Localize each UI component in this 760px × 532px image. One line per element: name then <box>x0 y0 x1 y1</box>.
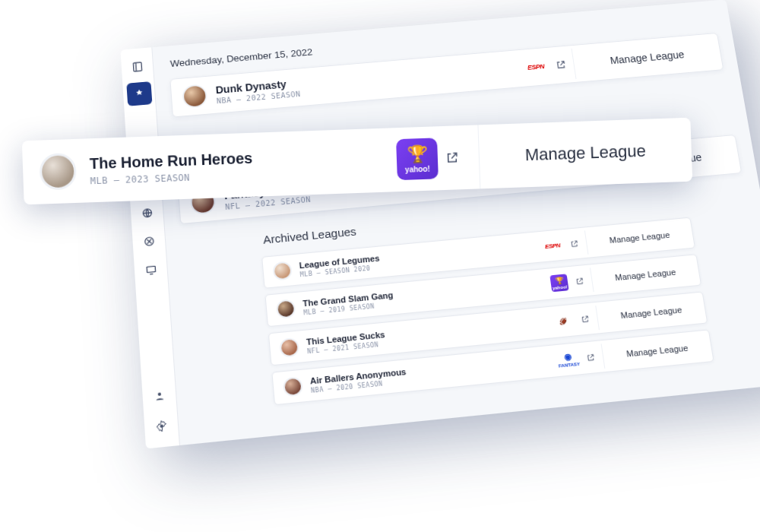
external-link-icon[interactable] <box>575 277 584 286</box>
external-link-icon[interactable] <box>586 353 596 362</box>
sidebar-logo-icon[interactable] <box>125 55 150 79</box>
archived-list: League of Legumes MLB – SEASON 2020 ESPN… <box>261 217 714 406</box>
avatar <box>182 84 207 109</box>
svg-rect-0 <box>133 62 141 71</box>
external-link-icon[interactable] <box>569 239 579 249</box>
app-window: Wednesday, December 15, 2022 Dunk Dynast… <box>120 0 760 448</box>
sidebar-monitor-icon[interactable] <box>138 257 164 283</box>
sidebar-leagues-icon[interactable] <box>126 81 152 106</box>
external-link-icon[interactable] <box>555 59 566 70</box>
platform-logo-espn: ESPN <box>522 59 549 76</box>
league-title: The Home Run Heroes <box>89 149 252 172</box>
avatar <box>272 261 293 280</box>
svg-rect-3 <box>147 266 156 272</box>
sidebar-ball-icon[interactable] <box>135 228 162 255</box>
avatar <box>39 153 77 191</box>
avatar <box>283 376 303 397</box>
platform-logo-cbs: FANTASY <box>557 352 579 368</box>
sidebar-globe-icon[interactable] <box>134 200 160 226</box>
manage-league-button[interactable]: Manage League <box>477 118 692 189</box>
avatar <box>276 299 296 319</box>
league-meta: MLB – 2023 SEASON <box>90 169 253 185</box>
manage-league-button[interactable]: Manage League <box>595 296 706 331</box>
external-link-icon[interactable] <box>445 150 460 165</box>
platform-logo-yahoo: yahoo! <box>549 274 568 292</box>
external-link-icon[interactable] <box>580 315 590 324</box>
sidebar-settings-icon[interactable] <box>147 412 175 440</box>
svg-point-4 <box>157 392 161 396</box>
platform-logo-nfl: 🏈 <box>552 313 574 329</box>
sidebar-user-icon[interactable] <box>145 382 173 410</box>
manage-league-button[interactable]: Manage League <box>601 334 713 369</box>
avatar <box>279 337 299 358</box>
manage-league-button[interactable]: Manage League <box>584 221 694 255</box>
manage-league-button[interactable]: Manage League <box>590 258 700 292</box>
manage-league-button[interactable]: Manage League <box>572 36 723 80</box>
platform-logo-yahoo: yahoo! <box>396 138 439 180</box>
main-content: Wednesday, December 15, 2022 Dunk Dynast… <box>152 0 760 445</box>
platform-logo-espn: ESPN <box>542 238 564 253</box>
